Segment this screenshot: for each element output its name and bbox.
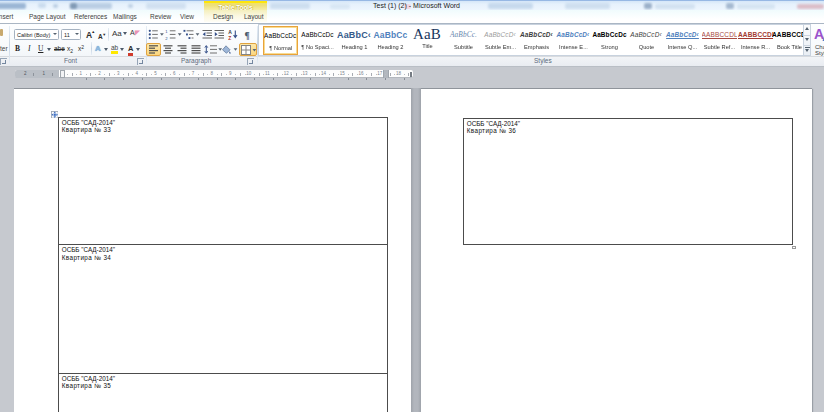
svg-text:2: 2	[165, 36, 168, 40]
svg-text:1: 1	[165, 29, 168, 34]
svg-text:Z: Z	[228, 35, 231, 40]
svg-text:¶: ¶	[245, 31, 250, 40]
